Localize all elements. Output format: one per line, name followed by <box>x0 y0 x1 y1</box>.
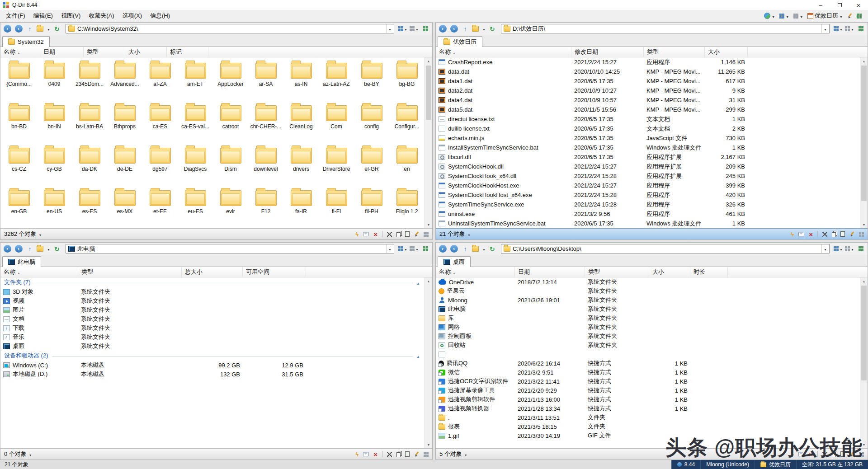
view-grid-icon[interactable] <box>424 232 429 237</box>
refresh-button[interactable] <box>52 244 61 254</box>
file-row[interactable]: uninst.exe 2021/3/2 9:56 应用程序 461 KB <box>436 209 860 219</box>
file-row[interactable]: 桌面 系统文件夹 <box>0 342 425 351</box>
folder-item[interactable]: am-ET <box>178 59 213 101</box>
folder-item[interactable]: 0409 <box>37 59 72 101</box>
rename-icon[interactable] <box>414 451 419 457</box>
folder-item[interactable]: af-ZA <box>142 59 178 101</box>
folder-item[interactable]: Bthprops <box>107 101 142 144</box>
filter-icon[interactable] <box>355 451 359 458</box>
refresh-button[interactable] <box>488 244 497 254</box>
folder-item[interactable]: bn-BD <box>1 101 37 144</box>
rename-icon[interactable] <box>414 231 419 237</box>
extra-view-button[interactable] <box>856 24 865 34</box>
folder-item[interactable]: catroot <box>213 101 248 144</box>
file-row[interactable]: 此电脑 系统文件夹 <box>436 305 860 314</box>
file-row[interactable]: 迅捷OCR文字识别软件 2021/3/22 11:41 快捷方式 1 KB <box>436 377 860 386</box>
extra-view-button[interactable] <box>421 244 430 254</box>
drive-row[interactable]: 本地磁盘 (D:) 本地磁盘 132 GB 31.5 GB <box>0 370 425 379</box>
folder-item[interactable]: Configur... <box>389 101 425 144</box>
folder-item[interactable]: cs-CZ <box>1 144 37 186</box>
file-row[interactable]: OneDrive 2018/7/2 13:14 系统文件夹 <box>436 277 860 286</box>
tab-desktop[interactable]: 桌面 <box>438 256 471 267</box>
folder-item[interactable]: DiagSvcs <box>178 144 213 186</box>
calendar-addon-button[interactable]: 优效日历 <box>807 12 843 20</box>
column-modified[interactable]: 修改日期 <box>571 47 644 57</box>
back-button[interactable] <box>438 24 447 34</box>
folder-item[interactable]: chr-CHER-... <box>248 101 283 144</box>
folder-item[interactable]: en-US <box>37 186 72 228</box>
folder-item[interactable]: dg597 <box>142 144 178 186</box>
file-row[interactable] <box>436 350 860 359</box>
folder-item[interactable]: downlevel <box>248 144 283 186</box>
group-header-drives[interactable]: 设备和驱动器 (2) <box>0 351 425 361</box>
up-button[interactable] <box>25 24 34 34</box>
view-mode-button[interactable] <box>398 24 407 34</box>
extra-view-button[interactable] <box>421 24 430 34</box>
folder-item[interactable]: Fliqlo 1.2 <box>389 186 425 228</box>
minimize-button[interactable] <box>811 0 830 10</box>
menu-item[interactable]: 信息(H) <box>146 10 174 22</box>
scroll-thumb[interactable] <box>861 66 867 201</box>
file-row[interactable]: SystemClockHook.dll 2021/2/24 15:27 应用程序… <box>436 162 860 171</box>
file-row[interactable]: Mloong 2021/3/26 19:01 系统文件夹 <box>436 295 860 305</box>
vertical-scrollbar[interactable] <box>425 57 432 228</box>
cut-icon[interactable] <box>387 232 392 237</box>
folder-item[interactable]: 2345Dom... <box>72 59 107 101</box>
paste-icon[interactable] <box>840 231 845 237</box>
tab-youxiao-calendar[interactable]: 优效日历 <box>438 36 482 47</box>
cut-icon[interactable] <box>822 232 827 237</box>
column-size[interactable]: 大小 <box>649 267 690 277</box>
folder-item[interactable]: DriverStore <box>319 144 354 186</box>
file-row[interactable]: UninstallSystemTimeSyncService.bat 2020/… <box>436 219 860 228</box>
count-dropdown-icon[interactable] <box>29 451 32 458</box>
mail-icon[interactable] <box>363 232 369 236</box>
folder-menu-button[interactable] <box>472 244 486 254</box>
menu-item[interactable]: 视图(V) <box>57 10 85 22</box>
object-count[interactable]: 3262 个对象 <box>4 230 37 238</box>
split-button[interactable] <box>845 244 854 254</box>
file-row[interactable]: data1.dat 2020/6/5 17:35 KMP - MPEG Movi… <box>436 76 860 86</box>
scroll-up-icon[interactable] <box>860 57 868 65</box>
scroll-thumb[interactable] <box>861 286 867 380</box>
address-dropdown[interactable] <box>386 24 392 33</box>
scroll-up-icon[interactable] <box>425 277 432 285</box>
folder-item[interactable]: es-MX <box>107 186 142 228</box>
column-type[interactable]: 类型 <box>644 47 705 57</box>
folder-item[interactable]: az-Latn-AZ <box>319 59 354 101</box>
column-duration[interactable]: 时长 <box>690 267 728 277</box>
count-dropdown-icon[interactable] <box>467 231 471 238</box>
refresh-button[interactable] <box>488 24 497 34</box>
delete-icon[interactable] <box>809 230 813 238</box>
group-header-folders[interactable]: 文件夹 (7) <box>0 277 425 287</box>
views-button[interactable] <box>793 13 803 19</box>
column-date[interactable]: 日期 <box>40 47 84 57</box>
file-row[interactable]: 坚果云 系统文件夹 <box>436 286 860 295</box>
folder-item[interactable]: bg-BG <box>389 59 425 101</box>
folder-item[interactable]: fi-FI <box>319 186 354 228</box>
address-bar[interactable]: D:\优效日历\ <box>501 24 830 33</box>
folder-item[interactable]: be-BY <box>354 59 389 101</box>
file-row[interactable]: 迅捷屏幕录像工具 2021/2/20 9:29 快捷方式 1 KB <box>436 386 860 395</box>
count-dropdown-icon[interactable] <box>464 451 467 458</box>
collapse-chevron-icon[interactable] <box>416 279 420 286</box>
menu-item[interactable]: 文件(F) <box>2 10 29 22</box>
column-total-size[interactable]: 总大小 <box>182 267 243 277</box>
tab-this-pc[interactable]: 此电脑 <box>2 256 41 267</box>
split-button[interactable] <box>410 24 419 34</box>
count-dropdown-icon[interactable] <box>39 231 42 238</box>
layout-button[interactable] <box>779 13 789 19</box>
view-grid-icon[interactable] <box>424 452 429 457</box>
split-button[interactable] <box>845 24 854 34</box>
column-type[interactable]: 类型 <box>78 267 182 277</box>
folder-item[interactable]: as-IN <box>283 59 319 101</box>
address-bar[interactable]: 此电脑 <box>66 244 394 253</box>
scroll-down-icon[interactable] <box>425 221 432 228</box>
folder-item[interactable]: da-DK <box>72 144 107 186</box>
object-count[interactable]: 21 个对象 <box>439 230 465 238</box>
file-row[interactable]: InstallSystemTimeSyncService.bat 2020/6/… <box>436 143 860 152</box>
vertical-scrollbar[interactable] <box>860 57 868 228</box>
folder-item[interactable]: et-EE <box>142 186 178 228</box>
copy-icon[interactable] <box>832 232 836 237</box>
folder-menu-button[interactable] <box>37 244 50 254</box>
file-row[interactable]: 图片 系统文件夹 <box>0 305 425 314</box>
